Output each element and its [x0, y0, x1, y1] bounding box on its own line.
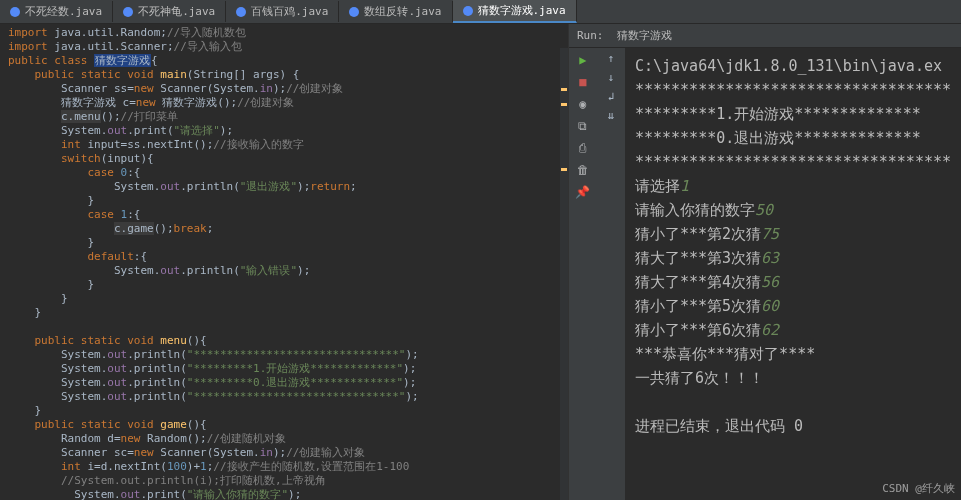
- up-icon[interactable]: ↑: [608, 52, 615, 65]
- console-line: 一共猜了6次！！！: [635, 366, 951, 390]
- console-output[interactable]: C:\java64\jdk1.8.0_131\bin\java.ex *****…: [625, 48, 961, 500]
- run-body: ▶ ■ ◉ ⧉ ⎙ 🗑 📌 ↑ ↓ ↲ ⇊ C:\java64\jdk1.8.0…: [569, 48, 961, 500]
- console-line: *********0.退出游戏**************: [635, 126, 951, 150]
- tab-file-1[interactable]: 不死经数.java: [0, 1, 113, 22]
- console-line: C:\java64\jdk1.8.0_131\bin\java.ex: [635, 54, 951, 78]
- java-icon: [463, 6, 473, 16]
- run-toolbar-right: ↑ ↓ ↲ ⇊: [597, 48, 625, 500]
- print-icon[interactable]: ⎙: [575, 140, 591, 156]
- console-line: 猜大了***第3次猜63: [635, 246, 951, 270]
- wrap-icon[interactable]: ↲: [608, 90, 615, 103]
- java-icon: [349, 7, 359, 17]
- run-pane: Run: 猜数字游戏 ▶ ■ ◉ ⧉ ⎙ 🗑 📌 ↑ ↓ ↲ ⇊ C:\java…: [568, 24, 961, 500]
- editor-pane[interactable]: import java.util.Random;//导入随机数包 import …: [0, 24, 568, 500]
- console-line: 请输入你猜的数字50: [635, 198, 951, 222]
- console-line: 猜大了***第4次猜56: [635, 270, 951, 294]
- console-line: ***********************************: [635, 150, 951, 174]
- tab-label: 数组反转.java: [364, 4, 441, 19]
- down-icon[interactable]: ↓: [608, 71, 615, 84]
- console-line: 猜小了***第2次猜75: [635, 222, 951, 246]
- console-line: 进程已结束，退出代码 0: [635, 414, 951, 438]
- run-header: Run: 猜数字游戏: [569, 24, 961, 48]
- trash-icon[interactable]: 🗑: [575, 162, 591, 178]
- run-toolbar-left: ▶ ■ ◉ ⧉ ⎙ 🗑 📌: [569, 48, 597, 500]
- gutter-overview: [560, 48, 568, 500]
- console-line: 请选择1: [635, 174, 951, 198]
- rerun-icon[interactable]: ▶: [575, 52, 591, 68]
- tab-label: 猜数字游戏.java: [478, 3, 566, 18]
- console-line: *********1.开始游戏**************: [635, 102, 951, 126]
- tab-file-2[interactable]: 不死神龟.java: [113, 1, 226, 22]
- pin-icon[interactable]: 📌: [575, 184, 591, 200]
- camera-icon[interactable]: ◉: [575, 96, 591, 112]
- console-line: ***恭喜你***猜对了****: [635, 342, 951, 366]
- tab-label: 不死经数.java: [25, 4, 102, 19]
- console-line: 猜小了***第5次猜60: [635, 294, 951, 318]
- tab-file-5[interactable]: 猜数字游戏.java: [453, 0, 577, 23]
- layout-icon[interactable]: ⧉: [575, 118, 591, 134]
- watermark: CSDN @纤久峡: [882, 481, 955, 496]
- editor-tabs: 不死经数.java 不死神龟.java 百钱百鸡.java 数组反转.java …: [0, 0, 961, 24]
- console-line: ***********************************: [635, 78, 951, 102]
- run-config-name: 猜数字游戏: [617, 28, 672, 43]
- tab-file-3[interactable]: 百钱百鸡.java: [226, 1, 339, 22]
- tab-label: 不死神龟.java: [138, 4, 215, 19]
- console-line: 猜小了***第6次猜62: [635, 318, 951, 342]
- main-area: import java.util.Random;//导入随机数包 import …: [0, 24, 961, 500]
- code-content: import java.util.Random;//导入随机数包 import …: [0, 24, 568, 500]
- java-icon: [236, 7, 246, 17]
- stop-icon[interactable]: ■: [575, 74, 591, 90]
- java-icon: [10, 7, 20, 17]
- scroll-icon[interactable]: ⇊: [608, 109, 615, 122]
- tab-file-4[interactable]: 数组反转.java: [339, 1, 452, 22]
- tab-label: 百钱百鸡.java: [251, 4, 328, 19]
- run-title: Run:: [577, 29, 604, 42]
- java-icon: [123, 7, 133, 17]
